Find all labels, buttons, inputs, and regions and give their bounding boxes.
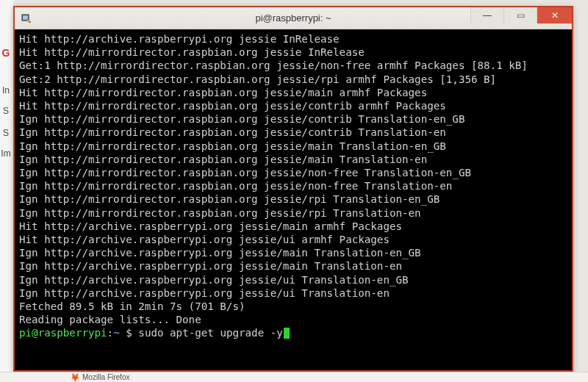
- terminal-line: Ign http://mirrordirector.raspbian.org j…: [19, 206, 567, 220]
- terminal-line: Ign http://archive.raspberrypi.org jessi…: [19, 273, 567, 286]
- terminal-line: Get:2 http://mirrordirector.raspbian.org…: [19, 73, 567, 86]
- titlebar[interactable]: pi@raspberrypi: ~ — ▭ ✕: [15, 7, 572, 29]
- minimize-button[interactable]: —: [470, 7, 503, 24]
- terminal-prompt-line: pi@raspberrypi:~ $ sudo apt-get upgrade …: [19, 326, 567, 339]
- terminal-line: Reading package lists... Done: [19, 313, 567, 326]
- terminal-window: pi@raspberrypi: ~ — ▭ ✕ Hit http://archi…: [13, 6, 573, 372]
- terminal-line: Hit http://mirrordirector.raspbian.org j…: [19, 46, 567, 59]
- terminal-line: Hit http://archive.raspberrypi.org jessi…: [19, 32, 567, 46]
- terminal-line: Ign http://archive.raspberrypi.org jessi…: [19, 286, 567, 300]
- terminal-line: Ign http://archive.raspberrypi.org jessi…: [19, 259, 567, 273]
- firefox-icon: 🦊: [71, 373, 79, 381]
- bg-hint-important: Im: [0, 147, 12, 160]
- prompt-dollar: $: [126, 327, 132, 339]
- prompt-command: sudo apt-get upgrade -y: [138, 327, 282, 339]
- taskbar-item-firefox[interactable]: 🦊 Mozilla Firefox: [71, 373, 129, 381]
- terminal-line: Hit http://mirrordirector.raspbian.org j…: [19, 99, 567, 112]
- terminal-cursor: [284, 328, 290, 339]
- bg-hint-starred: S: [0, 104, 12, 118]
- prompt-colon: :: [107, 327, 114, 339]
- terminal-area[interactable]: Hit http://archive.raspberrypi.org jessi…: [15, 29, 572, 370]
- terminal-line: Ign http://mirrordirector.raspbian.org j…: [19, 140, 567, 153]
- terminal-line: Ign http://archive.raspberrypi.org jessi…: [19, 246, 567, 259]
- terminal-line: Ign http://mirrordirector.raspbian.org j…: [19, 192, 567, 206]
- prompt-path: ~: [113, 327, 120, 339]
- putty-icon: [21, 12, 32, 24]
- terminal-line: Hit http://archive.raspberrypi.org jessi…: [19, 233, 567, 246]
- terminal-line: Get:1 http://mirrordirector.raspbian.org…: [19, 59, 567, 72]
- terminal-line: Hit http://mirrordirector.raspbian.org j…: [19, 86, 567, 99]
- terminal-line: Ign http://mirrordirector.raspbian.org j…: [19, 179, 567, 192]
- close-button[interactable]: ✕: [537, 7, 572, 24]
- maximize-button[interactable]: ▭: [503, 7, 537, 24]
- prompt-host: raspberrypi: [38, 327, 107, 339]
- prompt-at: @: [32, 327, 38, 339]
- terminal-line: Hit http://archive.raspberrypi.org jessi…: [19, 220, 567, 233]
- terminal-line: Ign http://mirrordirector.raspbian.org j…: [19, 112, 567, 126]
- taskbar-item-label: Mozilla Firefox: [82, 373, 129, 381]
- taskbar-sliver: 🦊 Mozilla Firefox: [0, 372, 588, 382]
- terminal-line: Ign http://mirrordirector.raspbian.org j…: [19, 153, 567, 166]
- background-left-sliver: G In S S Im: [0, 0, 13, 382]
- window-controls: — ▭ ✕: [470, 7, 572, 24]
- terminal-line: Ign http://mirrordirector.raspbian.org j…: [19, 166, 567, 179]
- bg-hint-sent: S: [0, 126, 12, 140]
- bg-hint-inbox: In: [0, 84, 12, 97]
- terminal-line: Ign http://mirrordirector.raspbian.org j…: [19, 126, 567, 139]
- prompt-user: pi: [19, 327, 32, 339]
- bg-hint-gmail: G: [0, 46, 12, 60]
- terminal-line: Fetched 89.5 kB in 2min 7s (701 B/s): [19, 300, 567, 313]
